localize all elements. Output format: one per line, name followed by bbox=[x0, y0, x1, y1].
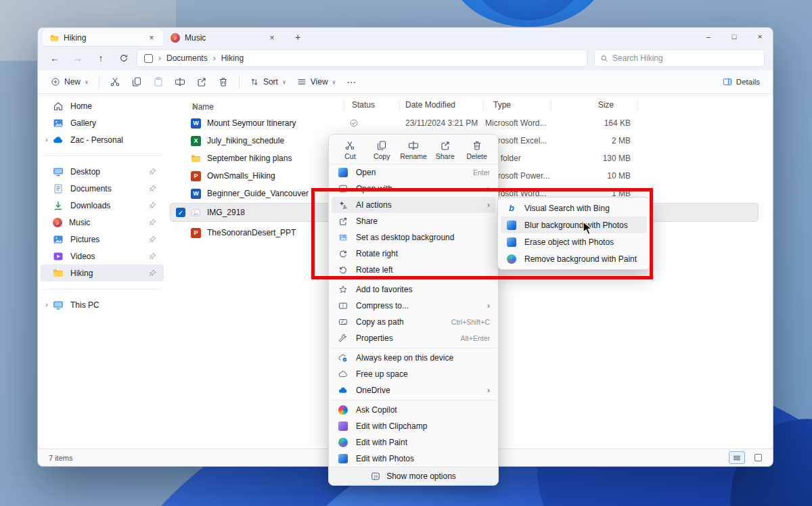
documents-icon bbox=[53, 183, 64, 194]
column-header-type[interactable]: Type bbox=[493, 100, 511, 110]
large-icons-view-button[interactable] bbox=[750, 451, 766, 464]
menu-item-edit-with-clipchamp[interactable]: Edit with Clipchamp bbox=[332, 418, 495, 434]
sidebar-item-hiking[interactable]: Hiking bbox=[41, 264, 164, 281]
search-input[interactable] bbox=[612, 53, 759, 63]
sidebar-item-onedrive-personal[interactable]: › Zac - Personal bbox=[41, 131, 164, 148]
downloads-icon bbox=[53, 200, 64, 211]
delete-button[interactable] bbox=[213, 72, 233, 91]
toolbar-divider bbox=[239, 75, 240, 89]
mouse-cursor bbox=[582, 221, 595, 236]
sidebar-item-downloads[interactable]: Downloads bbox=[41, 197, 164, 214]
menu-item-onedrive[interactable]: OneDrive › bbox=[332, 382, 495, 398]
refresh-button[interactable] bbox=[114, 49, 134, 67]
zip-folder-icon bbox=[338, 301, 348, 310]
maximize-button[interactable]: □ bbox=[721, 28, 747, 45]
star-icon bbox=[338, 285, 348, 294]
new-button[interactable]: New ∨ bbox=[46, 72, 93, 91]
menu-item-open[interactable]: Open Enter bbox=[332, 164, 495, 181]
cut-button[interactable]: Cut bbox=[336, 140, 364, 160]
menu-item-copy-as-path[interactable]: Copy as path Ctrl+Shift+C bbox=[332, 314, 495, 330]
rename-button[interactable]: Rename bbox=[399, 140, 428, 160]
menu-divider bbox=[330, 400, 497, 400]
sidebar: Home Gallery › Zac - Personal Desktop Do… bbox=[38, 94, 168, 448]
tab-close-icon[interactable]: × bbox=[267, 33, 277, 43]
details-view-button[interactable] bbox=[729, 451, 745, 464]
delete-button[interactable]: Delete bbox=[463, 140, 491, 160]
rename-button[interactable] bbox=[170, 72, 190, 91]
path-icon bbox=[338, 317, 348, 327]
tab-close-icon[interactable]: × bbox=[146, 33, 157, 43]
sidebar-item-documents[interactable]: Documents bbox=[41, 180, 164, 197]
sidebar-item-pictures[interactable]: Pictures bbox=[41, 231, 164, 248]
minimize-button[interactable]: – bbox=[696, 28, 721, 45]
sort-arrows-icon bbox=[250, 77, 259, 87]
submenu-chevron-icon: › bbox=[487, 386, 490, 395]
details-pane-button[interactable]: Details bbox=[718, 72, 765, 91]
pin-icon bbox=[148, 184, 157, 193]
breadcrumb-documents[interactable]: Documents bbox=[166, 53, 208, 63]
tab-hiking[interactable]: Hiking × bbox=[43, 29, 163, 47]
search-box[interactable] bbox=[594, 49, 765, 67]
menu-item-show-more-options[interactable]: Show more options bbox=[329, 467, 498, 485]
cut-button[interactable] bbox=[105, 72, 125, 91]
menu-item-free-up-space[interactable]: Free up space bbox=[332, 366, 495, 382]
menu-item-properties[interactable]: Properties Alt+Enter bbox=[332, 330, 495, 346]
share-button[interactable]: Share bbox=[431, 140, 459, 160]
copy-icon bbox=[376, 140, 387, 151]
see-more-button[interactable]: ⋯ bbox=[342, 72, 361, 91]
copilot-icon bbox=[338, 405, 348, 415]
menu-item-edit-with-photos[interactable]: Edit with Photos bbox=[332, 451, 495, 467]
column-divider[interactable] bbox=[483, 100, 484, 110]
paste-button[interactable] bbox=[148, 72, 168, 91]
menu-item-always-keep-on-this-device[interactable]: Always keep on this device bbox=[332, 350, 495, 366]
column-divider[interactable] bbox=[399, 100, 400, 110]
address-bar[interactable]: › Documents › Hiking bbox=[137, 49, 587, 67]
sidebar-item-home[interactable]: Home bbox=[41, 97, 164, 114]
sync-status-icon bbox=[349, 118, 359, 128]
column-divider[interactable] bbox=[344, 100, 344, 110]
rename-icon bbox=[408, 140, 419, 151]
videos-icon bbox=[53, 251, 64, 262]
scissors-icon bbox=[110, 76, 120, 87]
more-options-icon bbox=[371, 472, 380, 481]
up-button[interactable]: ↑ bbox=[91, 49, 111, 67]
column-header-size[interactable]: Size bbox=[560, 100, 631, 110]
column-header-status[interactable]: Status bbox=[352, 100, 375, 110]
sidebar-item-desktop[interactable]: Desktop bbox=[41, 163, 164, 180]
search-icon bbox=[600, 54, 608, 63]
file-row[interactable]: W Mount Seymour Itinerary 23/11/2024 3:2… bbox=[171, 114, 758, 132]
view-list-icon bbox=[297, 77, 307, 87]
menu-item-add-to-favorites[interactable]: Add to favorites bbox=[332, 281, 495, 298]
context-menu: Cut Copy Rename Share Delete Open Enter … bbox=[328, 134, 499, 486]
share-icon bbox=[440, 140, 451, 151]
toolbar-divider bbox=[99, 75, 99, 89]
sidebar-item-gallery[interactable]: Gallery bbox=[41, 114, 164, 131]
sidebar-item-this-pc[interactable]: › This PC bbox=[41, 296, 164, 313]
sort-button[interactable]: Sort ∨ bbox=[245, 72, 291, 91]
back-button[interactable]: ← bbox=[45, 49, 65, 67]
new-tab-button[interactable]: + bbox=[289, 32, 307, 43]
forward-button[interactable]: → bbox=[68, 49, 88, 67]
folder-icon bbox=[53, 268, 64, 279]
chevron-right-icon[interactable]: › bbox=[42, 301, 51, 308]
sidebar-item-music[interactable]: ♪ Music bbox=[41, 214, 164, 231]
copy-button[interactable]: Copy bbox=[367, 140, 396, 160]
trash-icon bbox=[472, 140, 482, 151]
column-divider[interactable] bbox=[637, 100, 638, 110]
copy-button[interactable] bbox=[127, 72, 147, 91]
excel-file-icon: X bbox=[191, 136, 201, 146]
menu-item-compress-to[interactable]: Compress to... › bbox=[332, 298, 495, 314]
item-count: 7 items bbox=[49, 454, 72, 462]
menu-item-ask-copilot[interactable]: Ask Copilot bbox=[332, 402, 495, 418]
column-divider[interactable] bbox=[551, 100, 551, 110]
share-button[interactable] bbox=[191, 72, 212, 91]
view-button[interactable]: View ∨ bbox=[292, 72, 341, 91]
menu-item-edit-with-paint[interactable]: Edit with Paint bbox=[332, 434, 495, 451]
breadcrumb-hiking[interactable]: Hiking bbox=[221, 53, 244, 63]
close-button[interactable]: × bbox=[747, 28, 773, 45]
tab-music[interactable]: ♪ Music × bbox=[163, 29, 284, 47]
sidebar-item-videos[interactable]: Videos bbox=[41, 248, 164, 264]
column-header-date-modified[interactable]: Date Modified bbox=[405, 100, 455, 110]
chevron-right-icon[interactable]: › bbox=[42, 136, 51, 143]
checkbox-checked[interactable]: ✓ bbox=[176, 208, 185, 217]
